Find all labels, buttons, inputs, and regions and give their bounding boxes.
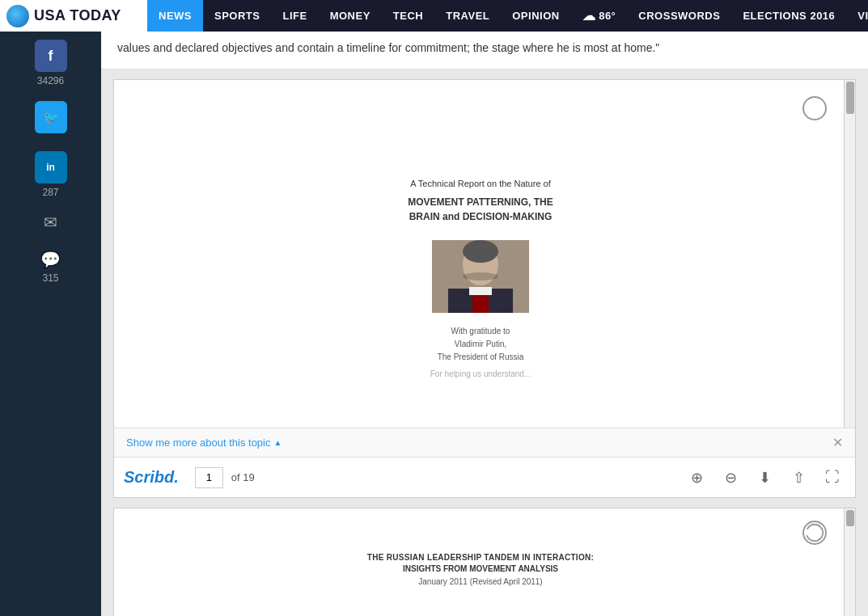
page-layout: f 34296 🐦 in 287 ✉ 💬 315	[0, 32, 868, 616]
twitter-share-button[interactable]: 🐦	[35, 101, 67, 137]
email-icon: ✉	[44, 213, 57, 232]
svg-rect-5	[469, 287, 492, 295]
close-button[interactable]: ✕	[832, 435, 843, 450]
doc-subtitle: A Technical Report on the Nature of	[130, 177, 831, 192]
download-icon: ⬇	[759, 469, 771, 487]
zoom-out-button[interactable]: ⊖	[718, 465, 743, 491]
scribd-doc-area-1: A Technical Report on the Nature of MOVE…	[114, 80, 855, 428]
zoom-out-icon: ⊖	[725, 469, 737, 487]
nav-item-money[interactable]: MONEY	[319, 0, 382, 32]
linkedin-icon: in	[35, 151, 67, 184]
twitter-icon: 🐦	[35, 101, 67, 133]
fullscreen-button[interactable]: ⛶	[819, 465, 845, 491]
nav-item-weather[interactable]: ☁ 86°	[571, 0, 628, 32]
navbar: USA TODAY NEWS SPORTS LIFE MONEY TECH TR…	[0, 0, 868, 32]
scribd-toolbar-1: Scribd. of 19 ⊕ ⊖ ⬇ ⇧ ⛶	[114, 457, 855, 497]
doc2-title: THE RUSSIAN LEADERSHIP TANDEM IN INTERAC…	[130, 553, 831, 562]
left-sidebar: f 34296 🐦 in 287 ✉ 💬 315	[0, 32, 101, 616]
share-button[interactable]: ⇧	[785, 465, 811, 491]
zoom-in-icon: ⊕	[691, 469, 703, 487]
comment-count: 315	[42, 272, 58, 284]
page-total: of 19	[231, 471, 255, 483]
scribd-embed-2: THE RUSSIAN LEADERSHIP TANDEM IN INTERAC…	[113, 508, 856, 616]
nav-item-life[interactable]: LIFE	[271, 0, 318, 32]
share-icon: ⇧	[793, 469, 805, 487]
show-more-link[interactable]: Show me more about this topic ▲	[126, 437, 282, 449]
linkedin-count: 287	[42, 187, 58, 198]
svg-point-7	[807, 525, 823, 541]
doc-dedication: With gratitude to Vladimir Putin, The Pr…	[130, 325, 831, 381]
page-number-input[interactable]	[195, 467, 223, 488]
scribd-logo: Scribd.	[124, 468, 179, 487]
linkedin-share-button[interactable]: in 287	[35, 151, 67, 198]
nav-item-travel[interactable]: TRAVEL	[434, 0, 501, 32]
facebook-share-button[interactable]: f 34296	[35, 40, 67, 86]
fullscreen-icon: ⛶	[825, 469, 840, 486]
nav-item-opinion[interactable]: OPINION	[501, 0, 570, 32]
doc2-inner: THE RUSSIAN LEADERSHIP TANDEM IN INTERAC…	[114, 508, 855, 598]
doc2-date: January 2011 (Revised April 2011)	[130, 577, 831, 586]
svg-point-2	[463, 240, 498, 263]
putin-image	[432, 240, 529, 313]
email-share-button[interactable]: ✉	[44, 213, 57, 235]
article-paragraph: values and declared objectives and conta…	[117, 40, 852, 57]
nav-item-sports[interactable]: SPORTS	[203, 0, 271, 32]
comment-icon: 💬	[40, 250, 61, 269]
nav-item-news[interactable]: NEWS	[147, 0, 203, 32]
site-logo[interactable]: USA TODAY	[0, 0, 147, 32]
svg-point-6	[463, 272, 498, 281]
download-button[interactable]: ⬇	[752, 465, 777, 491]
show-more-bar: Show me more about this topic ▲ ✕	[114, 428, 855, 457]
main-content: values and declared objectives and conta…	[101, 32, 868, 616]
zoom-in-button[interactable]: ⊕	[684, 465, 709, 491]
doc-inner-1: A Technical Report on the Nature of MOVE…	[114, 80, 855, 428]
doc2-subtitle: INSIGHTS FROM MOVEMENT ANALYSIS	[130, 564, 831, 573]
nav-item-tech[interactable]: TECH	[382, 0, 434, 32]
comment-button[interactable]: 💬 315	[40, 250, 61, 284]
nav-items: NEWS SPORTS LIFE MONEY TECH TRAVEL OPINI…	[147, 0, 868, 32]
doc-main-title: MOVEMENT PATTERNING, THE BRAIN and DECIS…	[130, 195, 831, 224]
doc-loading-icon	[802, 96, 827, 120]
facebook-icon: f	[35, 40, 67, 72]
nav-item-video[interactable]: VIDEO	[846, 0, 868, 32]
chevron-up-icon: ▲	[273, 438, 282, 447]
weather-temp: 86°	[599, 10, 616, 22]
facebook-count: 34296	[37, 75, 64, 86]
weather-icon: ☁	[582, 8, 596, 23]
logo-circle-icon	[6, 5, 29, 27]
nav-item-elections[interactable]: ELECTIONS 2016	[731, 0, 846, 32]
doc2-loading-icon	[802, 521, 827, 545]
logo-text: USA TODAY	[34, 7, 121, 24]
article-text: values and declared objectives and conta…	[101, 32, 868, 70]
scribd-embed-1: A Technical Report on the Nature of MOVE…	[113, 79, 856, 498]
nav-item-crosswords[interactable]: CROSSWORDS	[627, 0, 731, 32]
